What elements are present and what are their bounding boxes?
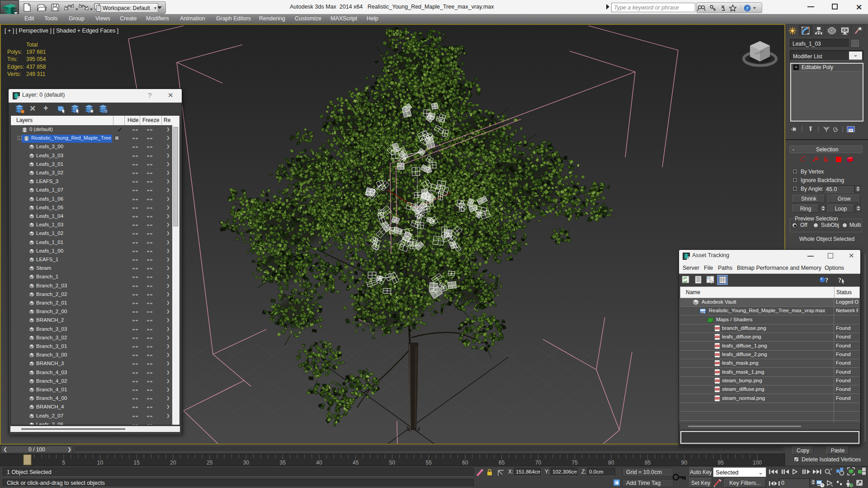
svg-text:PNG: PNG [715, 397, 719, 399]
svg-text:40: 40 [316, 460, 322, 466]
svg-text:70: 70 [535, 460, 542, 466]
svg-text:+: + [830, 467, 832, 472]
svg-text:30: 30 [243, 460, 250, 466]
svg-text:PNG: PNG [715, 336, 719, 338]
svg-text:?: ? [825, 277, 828, 284]
svg-text:60: 60 [462, 460, 468, 466]
svg-text:100: 100 [753, 460, 762, 466]
svg-text:PNG: PNG [715, 353, 719, 356]
svg-text:85: 85 [645, 460, 651, 466]
svg-text:5: 5 [62, 460, 65, 466]
svg-text:?: ? [838, 277, 841, 284]
svg-text:PNG: PNG [715, 388, 719, 390]
svg-text:45: 45 [353, 460, 359, 466]
svg-text:20: 20 [170, 460, 176, 466]
svg-text:55: 55 [426, 460, 432, 466]
svg-text:50: 50 [389, 460, 396, 466]
svg-text:PNG: PNG [715, 345, 719, 347]
svg-text:PNG: PNG [715, 327, 719, 329]
svg-text:75: 75 [572, 460, 578, 466]
svg-text:90: 90 [681, 460, 688, 466]
svg-text:10: 10 [97, 460, 104, 466]
svg-text:PNG: PNG [715, 362, 719, 364]
svg-text:95: 95 [718, 460, 724, 466]
svg-text:25: 25 [207, 460, 213, 466]
svg-text:35: 35 [280, 460, 286, 466]
svg-text:PNG: PNG [715, 371, 719, 373]
svg-text:MAX: MAX [701, 312, 705, 314]
svg-text:?: ? [746, 5, 749, 11]
svg-text:15: 15 [134, 460, 140, 466]
svg-text:65: 65 [499, 460, 505, 466]
svg-text:80: 80 [608, 460, 614, 466]
svg-text:PNG: PNG [715, 380, 719, 382]
